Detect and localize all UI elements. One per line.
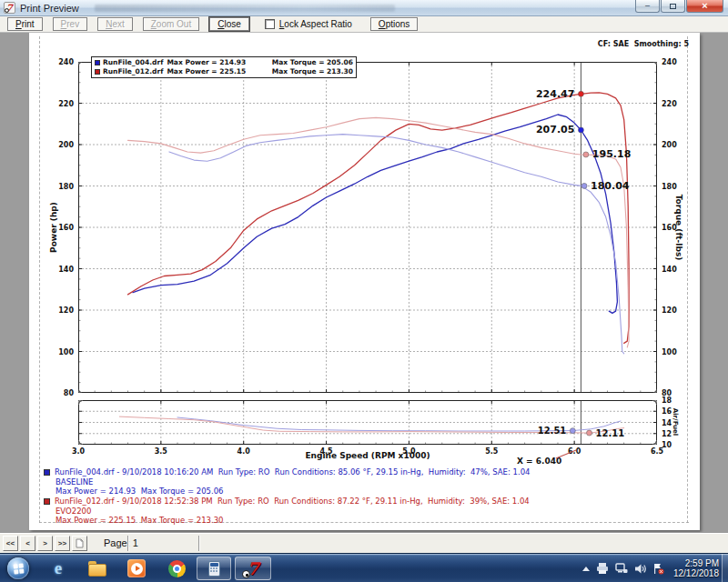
print-preview-toolbar: Print Prev Next Zoom Out Close Lock Aspe… [0,16,728,33]
windows-logo-icon [13,563,24,574]
marker-value-label: 180.04 [591,180,630,192]
next-page-button[interactable]: > [37,536,53,551]
run-swatch-red [44,498,50,505]
volume-icon[interactable] [634,563,646,575]
network-icon[interactable] [615,563,628,575]
window-titlebar[interactable]: 7 Print Preview – × [0,0,728,16]
power-torque-chart: 224.47207.05195.18180.048010012014016018… [78,62,657,393]
show-desktop-button[interactable] [722,554,728,582]
legend-swatch-red [95,69,100,75]
air-fuel-canvas: 12.5112.11 [78,400,657,445]
winpep-taskbar-button[interactable]: 7 [235,557,271,580]
marker-value-label: 207.05 [536,124,574,135]
system-tray: 2:59 PM 12/12/2018 [582,554,719,582]
tray-expand-arrow-icon[interactable] [582,567,590,571]
axis-tick-label: 180 [58,182,74,190]
cursor-marker [570,428,575,434]
axis-tick-label: 160 [58,224,74,232]
power-axis-title: Power (hp) [49,202,58,253]
windows-explorer-icon[interactable] [88,559,106,577]
cursor-marker [578,91,583,96]
torque-axis-title: Torque (ft-lbs) [674,195,683,261]
cursor-marker [581,183,587,188]
power-torque-canvas: 224.47207.05195.18180.04 [78,62,657,393]
axis-tick-label: 140 [58,265,74,273]
options-button[interactable]: Options [370,17,418,31]
clock-time: 2:59 PM [673,558,719,568]
media-player-icon[interactable] [127,559,146,577]
lock-aspect-label: Lock Aspect Ratio [279,19,352,29]
maximize-button[interactable] [661,0,685,13]
legend-file: RunFile_004.drf [103,59,167,66]
margin-guide-left [39,36,40,523]
chart-legend: RunFile_004.drf Max Power = 214.93 Max T… [91,56,357,78]
internet-explorer-icon[interactable]: e [49,559,67,577]
statusbar-divider [127,536,129,551]
prev-page-button[interactable]: < [20,536,35,551]
run-info-baseline: RunFile_004.drf - 9/10/2018 10:16:20 AM … [44,467,530,497]
clock-date: 12/12/2018 [673,568,719,578]
marker-value-label: 195.18 [592,148,631,160]
axis-tick-label: 3.0 [72,447,85,456]
run-info-evo2200: RunFile_012.drf - 9/10/2018 12:52:38 PM … [44,497,530,526]
marker-value-label: 224.47 [536,88,574,100]
dynojet-winpep-icon: 7 [247,560,258,577]
legend-row: RunFile_012.drf Max Power = 225.15 Max T… [95,68,353,75]
legend-file: RunFile_012.drf [103,68,167,75]
legend-max-torque: Max Torque = 205.06 [272,59,353,66]
axis-tick-label: 6.5 [651,447,663,456]
start-button[interactable] [7,557,29,579]
ghost-text [95,5,395,12]
print-page: DYNOJET RESEARCH Injen Technology CF: SA… [29,33,700,530]
run-maxima: Max Power = 225.15 Max Torque = 213.30 [44,516,530,526]
run-label: EVO2200 [44,507,530,517]
axis-tick-label: 120 [58,306,74,315]
axis-tick-label: 18 [662,396,672,405]
close-window-button[interactable]: × [686,0,723,13]
close-button[interactable]: Close [209,17,249,31]
run-details: RunFile_012.drf - 9/10/2018 12:52:38 PM … [55,497,530,506]
app-icon: 7 [4,2,15,14]
chrome-icon[interactable] [167,559,186,577]
cursor-marker [586,430,592,436]
printer-icon[interactable] [596,563,609,575]
folder-icon [88,564,106,577]
calculator-icon [208,561,220,577]
legend-max-torque: Max Torque = 213.30 [272,68,353,75]
lock-aspect-checkbox[interactable] [265,19,275,29]
preview-area: DYNOJET RESEARCH Injen Technology CF: SA… [0,33,728,532]
action-center-flag-icon[interactable] [652,563,664,575]
minimize-button[interactable]: – [635,0,660,13]
axis-tick-label: 14 [662,418,672,426]
last-page-button[interactable]: >> [55,536,70,551]
axis-tick-label: 100 [58,347,74,356]
run-swatch-blue [44,469,50,476]
next-button[interactable]: Next [97,17,133,31]
status-bar: << < > >> Page: 1 [0,532,728,553]
axis-tick-label: 240 [662,58,677,66]
axis-tick-label: 220 [662,99,677,107]
margin-guide-right [687,36,688,523]
statusbar-divider [198,536,200,551]
axis-tick-label: 100 [662,347,677,356]
prev-button[interactable]: Prev [53,17,88,31]
axis-tick-label: 80 [64,389,74,397]
taskbar-clock[interactable]: 2:59 PM 12/12/2018 [673,558,719,578]
first-page-button[interactable]: << [3,536,18,551]
legend-max-power: Max Power = 225.15 [167,68,271,75]
taskbar: e 7 2:59 PM 12/12/2018 [0,553,728,582]
cursor-marker [578,127,583,133]
axis-tick-label: 200 [58,141,74,149]
x-axis-title: Engine Speed (RPM x1000) [231,451,504,460]
run-maxima: Max Power = 214.93 Max Torque = 205.06 [44,487,530,497]
run-label: BASELINE [44,477,530,487]
legend-row: RunFile_004.drf Max Power = 214.93 Max T… [95,59,353,66]
marker-value-label: 12.51 [538,426,567,436]
zoom-out-button[interactable]: Zoom Out [143,17,199,31]
axis-tick-label: 120 [662,306,677,315]
page-view-button[interactable] [72,536,87,551]
run-details: RunFile_004.drf - 9/10/2018 10:16:20 AM … [55,467,530,477]
window-title: Print Preview [20,3,79,14]
calculator-taskbar-button[interactable] [197,557,231,580]
print-button[interactable]: Print [7,17,43,31]
